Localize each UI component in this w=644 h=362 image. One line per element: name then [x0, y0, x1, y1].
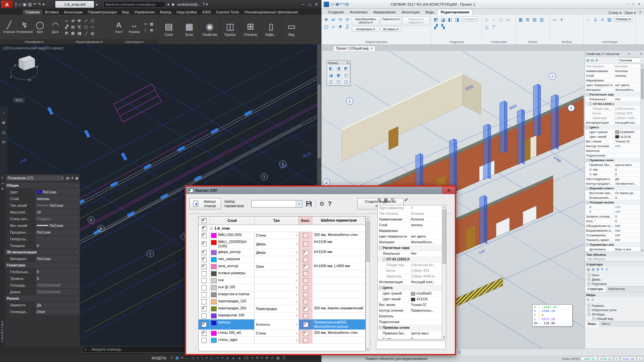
ribbon-tab[interactable]: Управление — [131, 9, 157, 15]
ribbon-labeled-button[interactable]: Размеры ▾ — [614, 16, 632, 22]
tree-item[interactable]: Сборочные узлы — [585, 308, 644, 312]
layer-checkbox[interactable] — [202, 299, 207, 304]
ribbon-tool-icon[interactable]: △ — [483, 23, 490, 30]
num-flag[interactable]: NUM — [562, 357, 570, 361]
template-cell[interactable] — [312, 312, 365, 319]
quick-access-icon[interactable]: ▣ — [22, 2, 27, 7]
contour-checkbox[interactable] — [303, 306, 308, 311]
property-row[interactable]: Дотягивать Верх и низ — [585, 247, 641, 252]
quick-select-icon[interactable]: ✛ — [71, 176, 74, 180]
property-row[interactable]: Тип объекта Колонна — [585, 64, 641, 69]
layer-checkbox[interactable] — [202, 271, 207, 276]
ribbon-tool-icon[interactable]: ▱ — [504, 16, 511, 23]
layer-checkbox[interactable] — [202, 313, 207, 318]
property-row[interactable]: Капитель — [378, 314, 442, 319]
contour-checkbox[interactable] — [303, 299, 308, 304]
expand-icon[interactable]: ▸ — [95, 2, 99, 7]
property-row[interactable]: СП 63.13330.2012 — [585, 102, 641, 106]
layer-row[interactable]: стены_ядро ∨ — [199, 337, 365, 344]
properties-scrollbar[interactable]: ▲▼ — [442, 205, 446, 339]
type-dropdown-cell[interactable]: ∨ — [255, 256, 299, 263]
property-row[interactable]: Привязка баз... Центр масс — [585, 163, 641, 167]
status-toggle-icon[interactable]: ╲ — [201, 356, 204, 360]
settings-gear-icon[interactable]: ⚙ — [319, 200, 324, 207]
type-dropdown-cell[interactable]: Окно∨ — [255, 263, 299, 270]
titlebar-menu-item[interactable]: Стиль ▾ — [609, 11, 622, 15]
group-checkbox[interactable] — [202, 226, 207, 231]
close-icon[interactable]: ✕ — [346, 61, 349, 65]
window-control-button[interactable]: ─ — [625, 2, 631, 6]
command-expand-icon[interactable]: ▾ — [85, 347, 87, 352]
model-space-button[interactable]: МОДЕЛЬ — [152, 356, 167, 360]
property-row[interactable]: Расчетные характеристики — [585, 92, 641, 97]
ribbon-tab[interactable]: Вывод — [157, 9, 174, 15]
views-tool-icon[interactable]: ✔ — [591, 298, 594, 302]
property-row[interactable]: Авто-подрезка к... Да — [585, 177, 641, 181]
contour-checkbox[interactable] — [303, 271, 308, 276]
help-icon[interactable]: ? — [328, 200, 332, 207]
property-row[interactable]: Интерпретация Несущий конс... — [378, 280, 442, 285]
status-tool-icon[interactable]: ▾ — [261, 356, 264, 360]
ribbon-panel-button[interactable]: ▦ Блок — [179, 15, 200, 43]
window-control-button[interactable]: ✕ — [636, 2, 642, 6]
property-row[interactable]: Контур продавл... Автоматичес... — [585, 181, 641, 186]
edit-small-icon[interactable]: ▭ — [90, 24, 95, 30]
annot-small-icon[interactable]: ▦ — [149, 21, 154, 27]
ribbon-tool-icon[interactable]: ⟳ — [344, 16, 351, 23]
collapse-icon[interactable]: ◂ — [2, 182, 3, 185]
type-dropdown-cell[interactable]: ∨ — [255, 284, 299, 291]
property-row[interactable]: Объединение ко... Нет — [585, 224, 641, 228]
edit-small-icon[interactable]: ⇄ — [70, 18, 76, 23]
property-row[interactable]: Позиция колонны, мм — [585, 200, 641, 205]
palette-property-row[interactable]: Замкнуто Да — [5, 301, 80, 308]
palette-property-row[interactable]: Слой пилоны — [5, 195, 80, 202]
contour-checkbox[interactable] — [303, 241, 308, 246]
ribbon-panel-button[interactable]: ⊞ Утилиты — [240, 15, 261, 43]
ortho-flag[interactable]: ОРТО — [571, 357, 580, 361]
quick-access-icon[interactable]: ↶ — [33, 2, 37, 7]
projection-view-icon[interactable]: ◨ — [335, 65, 342, 72]
type-dropdown-cell[interactable]: ∨ — [255, 337, 299, 344]
template-cell[interactable]: H=1600 мм, L=800 мм — [312, 263, 365, 270]
ribbon-tool-icon[interactable]: ▤ — [606, 16, 612, 23]
autocad-logo-icon[interactable]: A — [1, 1, 13, 8]
property-row[interactable]: Привязка сечения — [585, 158, 641, 163]
template-cell[interactable]: 250 мм, Кирпич керамический — [312, 305, 365, 312]
quick-access-icon[interactable]: ▱ — [18, 2, 22, 7]
window-control-button[interactable]: ─ — [300, 2, 307, 7]
template-cell[interactable] — [312, 298, 365, 305]
projection-view-icon[interactable]: ◧ — [327, 65, 335, 72]
projection-view-icon[interactable]: ◳ — [335, 78, 342, 85]
type-dropdown-cell[interactable]: Стена∨ — [255, 330, 299, 337]
edit-small-icon[interactable]: ▱ — [83, 18, 89, 23]
type-dropdown-cell[interactable]: ∨ — [255, 277, 299, 284]
status-toggle-icon[interactable]: ▲ — [237, 356, 242, 360]
palette-property-row[interactable]: Вес линий ПоСлою — [5, 222, 80, 229]
search-input[interactable]: Введите ключевое слово/фразу — [103, 1, 165, 8]
help-icon[interactable]: ? ▾ — [202, 2, 209, 7]
ribbon-tab[interactable]: Создание — [325, 9, 347, 15]
status-toggle-icon[interactable]: ▾ — [196, 356, 200, 360]
ribbon-panel-button[interactable]: ◉ Свойства — [200, 15, 220, 43]
ribbon-tool-icon[interactable]: ◩ — [433, 16, 439, 23]
bottom-tool-icon[interactable]: ☰ — [457, 350, 461, 355]
ribbon-labeled-button[interactable]: Угловая ▾ — [462, 16, 478, 22]
status-toggle-icon[interactable]: ▾ — [180, 356, 184, 360]
ribbon-tool-icon[interactable]: ◇ — [483, 16, 490, 23]
status-toggle-icon[interactable]: # — [170, 356, 174, 360]
palette-property-row[interactable]: Толщина 0 — [5, 242, 80, 249]
object-type-dropdown[interactable]: Колонна▾ — [619, 58, 643, 63]
table-scrollbar[interactable]: ▲▼ — [366, 216, 370, 351]
close-view-icon[interactable]: ✕ — [370, 47, 373, 50]
property-row[interactable]: Локальные Нет — [378, 251, 442, 257]
collapse-all-icon[interactable]: ⊟ — [591, 58, 594, 63]
type-dropdown-cell[interactable]: ∨ — [255, 270, 299, 277]
ribbon-button[interactable]: ◯ Круг — [32, 21, 48, 34]
property-row[interactable]: Слой пилоны — [378, 223, 442, 228]
ribbon-tab[interactable]: Виды — [422, 9, 437, 15]
template-cell[interactable] — [312, 270, 365, 277]
contour-checkbox[interactable] — [303, 278, 308, 283]
pan-icon[interactable]: ✥ — [2, 120, 6, 125]
ribbon-button[interactable]: А Текст — [111, 21, 126, 34]
property-row[interactable]: Локальные Нет — [585, 97, 641, 102]
